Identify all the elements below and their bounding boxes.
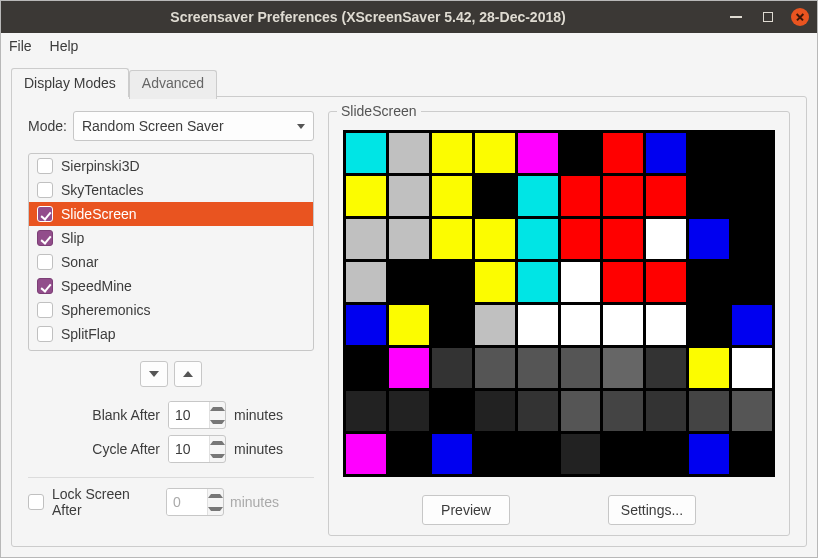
- left-column: Mode: Random Screen Saver Sierpinski3DSk…: [28, 111, 314, 536]
- preview-cell: [646, 262, 686, 302]
- list-item[interactable]: SpeedMine: [29, 274, 313, 298]
- preview-cell: [518, 391, 558, 431]
- lock-spin[interactable]: [166, 488, 224, 516]
- spin-down-button[interactable]: [208, 502, 223, 515]
- list-item-checkbox[interactable]: [37, 254, 53, 270]
- list-item[interactable]: Splodesic: [29, 346, 313, 350]
- preview-cell: [346, 391, 386, 431]
- preview-cell: [389, 133, 429, 173]
- window-title: Screensaver Preferences (XScreenSaver 5.…: [9, 9, 727, 25]
- preview-title: SlideScreen: [337, 103, 421, 119]
- preview-cell: [475, 133, 515, 173]
- tab-display-modes[interactable]: Display Modes: [11, 68, 129, 97]
- preview-cell: [646, 305, 686, 345]
- tab-panel: Mode: Random Screen Saver Sierpinski3DSk…: [11, 96, 807, 547]
- preview-cell: [732, 133, 772, 173]
- close-button[interactable]: [791, 8, 809, 26]
- preview-cell: [475, 305, 515, 345]
- preview-cell: [732, 348, 772, 388]
- list-item-label: Spheremonics: [61, 302, 151, 318]
- list-item[interactable]: SlideScreen: [29, 202, 313, 226]
- preview-cell: [389, 262, 429, 302]
- right-column: SlideScreen Preview Settings...: [328, 111, 790, 536]
- preview-cell: [432, 176, 472, 216]
- preview-cell: [689, 262, 729, 302]
- menu-help[interactable]: Help: [50, 38, 79, 54]
- preview-cell: [689, 176, 729, 216]
- cycle-after-unit: minutes: [234, 441, 283, 457]
- lock-input[interactable]: [167, 489, 207, 515]
- menubar: File Help: [1, 33, 817, 59]
- preview-cell: [603, 176, 643, 216]
- preview-fieldset: SlideScreen Preview Settings...: [328, 111, 790, 536]
- preview-button-row: Preview Settings...: [343, 477, 775, 525]
- preview-cell: [646, 391, 686, 431]
- screensaver-list-container: Sierpinski3DSkyTentaclesSlideScreenSlipS…: [28, 153, 314, 351]
- spin-up-button[interactable]: [210, 436, 225, 449]
- mode-dropdown[interactable]: Random Screen Saver: [73, 111, 314, 141]
- list-item-checkbox[interactable]: [37, 302, 53, 318]
- preview-cell: [518, 262, 558, 302]
- blank-after-spin[interactable]: [168, 401, 226, 429]
- lock-checkbox[interactable]: [28, 494, 44, 510]
- minimize-button[interactable]: [727, 8, 745, 26]
- list-item[interactable]: Slip: [29, 226, 313, 250]
- list-item-checkbox[interactable]: [37, 230, 53, 246]
- list-item-checkbox[interactable]: [37, 158, 53, 174]
- list-item[interactable]: Sonar: [29, 250, 313, 274]
- preview-cell: [475, 391, 515, 431]
- preview-cell: [389, 391, 429, 431]
- list-item-checkbox[interactable]: [37, 206, 53, 222]
- content-area: Display Modes Advanced Mode: Random Scre…: [1, 59, 817, 557]
- preview-cell: [732, 391, 772, 431]
- preview-cell: [689, 219, 729, 259]
- mode-row: Mode: Random Screen Saver: [28, 111, 314, 141]
- spin-down-button[interactable]: [210, 449, 225, 462]
- list-item-checkbox[interactable]: [37, 182, 53, 198]
- screensaver-list[interactable]: Sierpinski3DSkyTentaclesSlideScreenSlipS…: [29, 154, 313, 350]
- cycle-after-label: Cycle After: [28, 441, 160, 457]
- titlebar: Screensaver Preferences (XScreenSaver 5.…: [1, 1, 817, 33]
- preview-cell: [346, 434, 386, 474]
- preview-cell: [561, 176, 601, 216]
- list-item-label: SlideScreen: [61, 206, 137, 222]
- tab-advanced[interactable]: Advanced: [129, 70, 217, 99]
- preview-cell: [389, 434, 429, 474]
- preview-cell: [389, 219, 429, 259]
- menu-file[interactable]: File: [9, 38, 32, 54]
- settings-button[interactable]: Settings...: [608, 495, 696, 525]
- preview-cell: [432, 262, 472, 302]
- preview-cell: [346, 219, 386, 259]
- list-item[interactable]: SplitFlap: [29, 322, 313, 346]
- preview-cell: [475, 434, 515, 474]
- window-buttons: [727, 8, 809, 26]
- list-item-checkbox[interactable]: [37, 326, 53, 342]
- blank-after-input[interactable]: [169, 402, 209, 428]
- spin-up-button[interactable]: [210, 402, 225, 415]
- list-item-label: SpeedMine: [61, 278, 132, 294]
- move-up-button[interactable]: [174, 361, 202, 387]
- lock-label[interactable]: Lock Screen After: [52, 486, 160, 518]
- preview-cell: [689, 434, 729, 474]
- list-item[interactable]: Spheremonics: [29, 298, 313, 322]
- preview-cell: [689, 391, 729, 431]
- list-item-checkbox[interactable]: [37, 278, 53, 294]
- cycle-after-spin[interactable]: [168, 435, 226, 463]
- cycle-after-input[interactable]: [169, 436, 209, 462]
- move-down-button[interactable]: [140, 361, 168, 387]
- maximize-button[interactable]: [759, 8, 777, 26]
- preview-cell: [603, 262, 643, 302]
- list-item[interactable]: Sierpinski3D: [29, 154, 313, 178]
- spin-up-button[interactable]: [208, 489, 223, 502]
- preview-cell: [518, 348, 558, 388]
- preview-cell: [603, 391, 643, 431]
- preview-cell: [689, 348, 729, 388]
- preview-cell: [561, 348, 601, 388]
- preview-cell: [389, 305, 429, 345]
- preview-cell: [561, 305, 601, 345]
- list-item[interactable]: SkyTentacles: [29, 178, 313, 202]
- spin-down-button[interactable]: [210, 415, 225, 428]
- preview-cell: [346, 348, 386, 388]
- preview-cell: [346, 133, 386, 173]
- preview-button[interactable]: Preview: [422, 495, 510, 525]
